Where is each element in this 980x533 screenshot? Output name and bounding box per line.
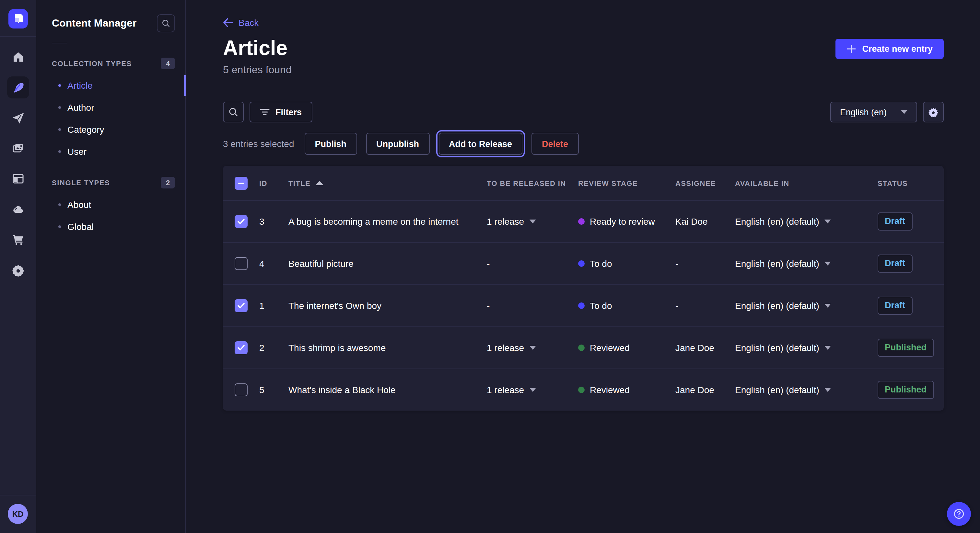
- cell-assignee: -: [675, 259, 735, 269]
- search-icon: [228, 107, 239, 117]
- check-icon: [237, 218, 245, 225]
- column-header-status: STATUS: [878, 179, 944, 187]
- chevron-down-icon: [824, 219, 831, 224]
- entries-count: 5 entries found: [223, 64, 292, 76]
- collection-types-count-badge: 4: [161, 58, 175, 69]
- subnav-search-button[interactable]: [157, 14, 175, 32]
- app-window: KD Content Manager COLLECTION TYPES 4 Ar…: [0, 0, 980, 533]
- cell-available-in[interactable]: English (en) (default): [735, 385, 878, 395]
- delete-button[interactable]: Delete: [531, 133, 579, 155]
- column-header-title[interactable]: TITLE: [288, 179, 487, 187]
- sort-asc-icon: [316, 181, 323, 185]
- column-header-available-in: AVAILABLE IN: [735, 179, 878, 187]
- chevron-down-icon: [824, 262, 831, 265]
- stage-dot: [578, 387, 585, 393]
- plus-icon: [846, 44, 856, 54]
- page-title: Article: [223, 36, 288, 60]
- sidebar-item-about[interactable]: About: [36, 194, 185, 216]
- home-icon[interactable]: [7, 46, 29, 68]
- search-button[interactable]: [223, 102, 244, 122]
- cell-available-in[interactable]: English (en) (default): [735, 343, 878, 353]
- deploy-cloud-icon[interactable]: [7, 198, 29, 220]
- cell-title: A bug is becoming a meme on the internet: [288, 216, 487, 227]
- bullet-icon: [58, 150, 61, 153]
- row-checkbox[interactable]: [235, 299, 248, 312]
- cell-review-stage: To do: [578, 259, 675, 269]
- table-row[interactable]: 3A bug is becoming a meme on the interne…: [223, 200, 944, 242]
- cell-release[interactable]: 1 release: [487, 216, 578, 227]
- cell-title: This shrimp is awesome: [288, 343, 487, 353]
- cell-id: 1: [259, 300, 288, 311]
- help-button[interactable]: [947, 502, 971, 526]
- marketplace-icon[interactable]: [7, 228, 29, 251]
- cell-id: 2: [259, 343, 288, 353]
- collection-types-section: COLLECTION TYPES 4 Article Author Catego…: [36, 52, 185, 163]
- cell-available-in[interactable]: English (en) (default): [735, 300, 878, 311]
- cell-available-in[interactable]: English (en) (default): [735, 216, 878, 227]
- sidebar-item-user[interactable]: User: [36, 141, 185, 163]
- publish-button[interactable]: Publish: [304, 133, 357, 155]
- select-all-checkbox[interactable]: [235, 176, 248, 189]
- row-checkbox[interactable]: [235, 257, 248, 270]
- row-select-cell: [223, 383, 259, 397]
- column-header-id[interactable]: ID: [259, 179, 288, 187]
- unpublish-button[interactable]: Unpublish: [366, 133, 430, 155]
- cell-id: 5: [259, 385, 288, 395]
- sidebar-item-label: Author: [67, 102, 94, 113]
- status-badge: Published: [878, 381, 934, 399]
- settings-icon[interactable]: [7, 259, 29, 281]
- sidebar-item-global[interactable]: Global: [36, 216, 185, 238]
- table-row[interactable]: 4Beautiful picture-To do-English (en) (d…: [223, 242, 944, 284]
- stage-dot: [578, 303, 585, 309]
- filters-button[interactable]: Filters: [250, 102, 312, 122]
- row-checkbox[interactable]: [235, 341, 248, 354]
- cell-review-stage: To do: [578, 300, 675, 311]
- table-row[interactable]: 2This shrimp is awesome1 releaseReviewed…: [223, 327, 944, 368]
- filter-icon: [260, 108, 270, 116]
- content-manager-subnav: Content Manager COLLECTION TYPES 4 Artic…: [36, 0, 186, 533]
- cell-release[interactable]: 1 release: [487, 343, 578, 353]
- user-avatar[interactable]: KD: [8, 504, 28, 524]
- view-settings-button[interactable]: [923, 102, 944, 122]
- sidebar-item-label: Article: [67, 80, 93, 90]
- row-select-cell: [223, 215, 259, 228]
- content-manager-icon[interactable]: [7, 76, 29, 98]
- back-link[interactable]: Back: [223, 17, 259, 28]
- chevron-down-icon: [529, 219, 536, 224]
- selection-bar: 3 entries selected Publish Unpublish Add…: [223, 133, 579, 155]
- sidebar-item-label: Global: [67, 222, 94, 232]
- releases-icon[interactable]: [7, 107, 29, 129]
- entries-table: ID TITLE TO BE RELEASED IN REVIEW STAGE …: [223, 166, 944, 411]
- table-row[interactable]: 5What's inside a Black Hole1 releaseRevi…: [223, 368, 944, 411]
- row-checkbox[interactable]: [235, 383, 248, 397]
- section-label: COLLECTION TYPES: [52, 60, 132, 67]
- row-select-cell: [223, 299, 259, 312]
- subnav-divider: [52, 43, 67, 43]
- cell-review-stage: Reviewed: [578, 343, 675, 353]
- cell-available-in[interactable]: English (en) (default): [735, 259, 878, 269]
- cell-assignee: Jane Doe: [675, 385, 735, 395]
- content-type-builder-icon[interactable]: [7, 168, 29, 190]
- add-to-release-button[interactable]: Add to Release: [439, 133, 522, 155]
- row-checkbox[interactable]: [235, 215, 248, 228]
- cell-release[interactable]: 1 release: [487, 385, 578, 395]
- status-badge: Draft: [878, 213, 912, 230]
- create-new-entry-button[interactable]: Create new entry: [835, 39, 944, 59]
- locale-select[interactable]: English (en): [830, 102, 917, 122]
- strapi-logo[interactable]: [8, 9, 27, 29]
- sidebar-item-category[interactable]: Category: [36, 119, 185, 141]
- table-row[interactable]: 1The internet's Own boy-To do-English (e…: [223, 284, 944, 327]
- cell-assignee: Kai Doe: [675, 216, 735, 227]
- cell-status: Published: [878, 339, 944, 357]
- sidebar-item-article[interactable]: Article: [36, 75, 185, 97]
- list-toolbar: Filters English (en): [223, 102, 944, 122]
- chevron-down-icon: [824, 388, 831, 392]
- chevron-down-icon: [901, 110, 907, 114]
- table-body: 3A bug is becoming a meme on the interne…: [223, 200, 944, 411]
- stage-dot: [578, 344, 585, 351]
- media-library-icon[interactable]: [7, 137, 29, 159]
- stage-dot: [578, 218, 585, 225]
- chevron-down-icon: [529, 388, 536, 392]
- status-badge: Draft: [878, 255, 912, 273]
- sidebar-item-author[interactable]: Author: [36, 97, 185, 119]
